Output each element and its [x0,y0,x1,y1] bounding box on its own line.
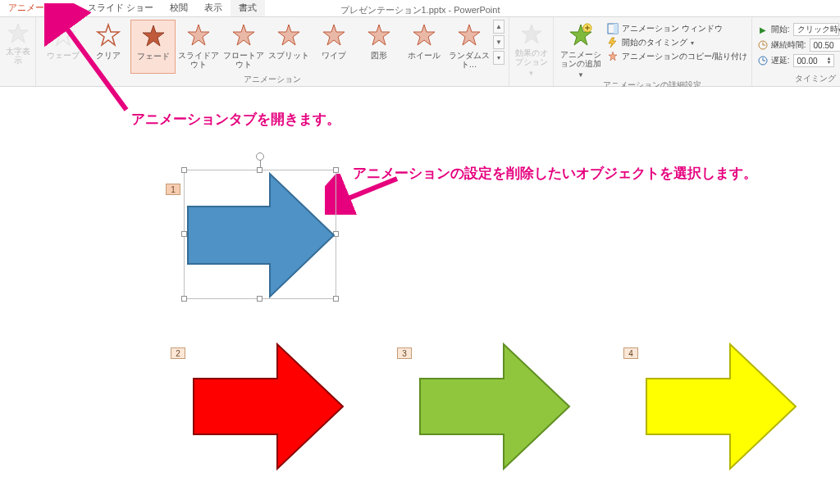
svg-marker-6 [278,25,299,45]
svg-marker-0 [8,24,28,43]
preview-button[interactable]: 太字表示 [4,20,31,65]
rotate-handle[interactable] [256,152,264,161]
slide-canvas[interactable]: アニメーションタブを開きます。 アニメーションの設定を削除したいオブジェクトを選… [0,87,840,504]
svg-marker-3 [143,25,164,46]
svg-marker-31 [194,344,343,469]
preview-label: 太字表示 [4,47,31,65]
annotation-select-object: アニメーションの設定を削除したいオブジェクトを選択します。 [353,164,757,183]
svg-marker-19 [609,52,617,61]
anim-slideout[interactable]: スライドアウト [176,20,221,74]
anim-wipe[interactable]: ワイプ [311,20,356,74]
blue-arrow-shape[interactable] [185,170,337,300]
delay-label: 遅延: [771,55,790,66]
anim-random[interactable]: ランダムスト… [446,20,491,74]
window-title: プレゼンテーション1.pptx - PowerPoint [340,4,500,16]
svg-marker-10 [459,25,480,45]
svg-marker-18 [609,38,616,48]
animation-painter-button[interactable]: アニメーションのコピー/貼り付け [607,51,747,62]
svg-marker-7 [323,25,345,45]
gallery-down[interactable]: ▼ [493,35,504,49]
tab-format[interactable]: 書式 [231,0,265,16]
trigger-button[interactable]: 開始のタイミング ▾ [607,37,747,48]
svg-marker-11 [522,25,541,43]
anim-split[interactable]: スプリット [266,20,311,74]
selection-box[interactable] [184,170,336,299]
star-icon [520,23,543,46]
brush-star-icon [607,51,619,62]
chevron-down-icon: ▼ [578,70,584,79]
annotation-arrow-to-object [325,174,407,215]
annotation-arrow-to-tab [44,3,143,126]
clock-icon [758,56,768,66]
star-icon [7,23,29,44]
svg-marker-30 [188,174,334,297]
duration-spinner[interactable]: 00.50 ▲▼ [810,39,840,52]
svg-marker-8 [368,25,390,45]
timing-group-label: タイミング [756,73,840,86]
chevron-down-icon: ▾ [691,39,694,47]
star-icon [186,23,211,48]
delay-spinner[interactable]: 00.00 ▲▼ [793,54,834,67]
star-icon [231,23,256,48]
spinner-arrows-icon: ▲▼ [827,57,832,65]
star-icon [322,23,346,48]
red-arrow-shape[interactable] [190,341,346,472]
gallery-up[interactable]: ▲ [493,20,504,34]
play-icon: ▶ [758,25,768,34]
animation-order-tag-2[interactable]: 2 [171,347,185,359]
animation-order-tag-4[interactable]: 4 [623,347,638,359]
svg-rect-17 [614,24,618,34]
svg-line-29 [336,179,397,203]
annotation-open-tab: アニメーションタブを開きます。 [131,110,340,129]
star-icon [367,23,391,48]
clock-icon [758,40,768,50]
duration-label: 継続時間: [771,39,806,51]
star-icon [412,23,436,48]
svg-marker-4 [188,25,209,45]
gallery-scroll: ▲ ▼ ▾ [491,20,504,65]
star-plus-icon [568,23,593,48]
start-label: 開始: [771,24,790,35]
svg-marker-5 [233,25,254,45]
animation-order-tag-3[interactable]: 3 [397,347,412,359]
tab-review[interactable]: 校閲 [162,0,196,16]
star-icon [141,24,166,48]
svg-marker-32 [420,344,569,469]
anim-floatout[interactable]: フロートアウト [221,20,266,74]
star-icon [276,23,301,48]
gallery-more[interactable]: ▾ [493,51,504,65]
green-arrow-shape[interactable] [417,341,573,472]
animation-order-tag-1[interactable]: 1 [166,184,180,195]
anim-shape[interactable]: 図形 [356,20,401,74]
svg-line-27 [59,18,126,110]
effect-options-button[interactable]: 効果のオプション ▼ [514,20,549,78]
pane-icon [607,23,619,34]
svg-marker-33 [646,344,796,469]
svg-marker-9 [413,25,435,45]
start-dropdown[interactable]: クリック時 ▾ [793,23,839,36]
yellow-arrow-shape[interactable] [643,341,799,472]
star-icon [457,23,482,48]
animation-pane-button[interactable]: アニメーション ウィンドウ [607,23,747,34]
chevron-down-icon: ▼ [528,69,535,78]
anim-wheel[interactable]: ホイール [401,20,446,74]
add-animation-button[interactable]: アニメーションの追加 ▼ [558,20,604,79]
lightning-icon [607,37,619,48]
tab-view[interactable]: 表示 [196,0,231,16]
